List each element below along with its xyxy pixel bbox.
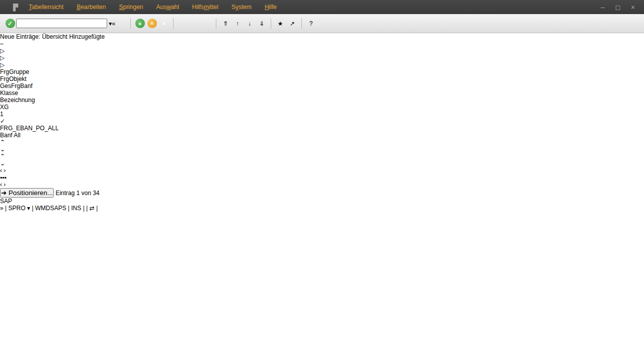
application-toolbar: – ▷ ▷ ▷ [0, 40, 644, 68]
new-session-icon: ★ [278, 20, 283, 27]
new-session-button[interactable]: ★ [274, 18, 286, 30]
status-transaction-chevron-icon[interactable]: ▾ [27, 205, 30, 212]
help-icon: ? [309, 20, 313, 27]
cell-GesFrgBanf[interactable]: ✓ [0, 118, 644, 125]
entry-status: Eintrag 1 von 34 [55, 190, 99, 197]
menu-auswahl[interactable]: Auswahl [149, 2, 185, 13]
sap-logo: SAP [0, 198, 644, 205]
table-control: FrgGruppeFrgObjektGesFrgBanfKlasseBezeic… [0, 68, 644, 188]
last-page-button[interactable]: ⇓ [256, 18, 268, 30]
status-overflow-icon[interactable]: » [0, 205, 4, 212]
scroll-left-right-section-icon[interactable]: ‹ [0, 181, 2, 188]
horizontal-scrollbar[interactable]: ‹ › ▪▪▪ ‹ › [0, 167, 644, 188]
select-all-button[interactable]: ▷ [0, 47, 644, 54]
title-strip: Neue Einträge: Übersicht Hinzugefügte [0, 33, 644, 40]
cancel-icon: × [159, 19, 169, 28]
deselect-all-icon: ▷ [0, 61, 5, 68]
delete-entry-icon: – [0, 40, 4, 47]
scroll-up-icon[interactable]: ⌃ [0, 139, 644, 146]
delete-entry-button[interactable]: – [0, 40, 644, 47]
menu-system[interactable]: System [225, 2, 258, 13]
cell-FrgGruppe[interactable]: XG [0, 104, 644, 111]
toolbar-separator [173, 19, 174, 29]
select-block-button[interactable]: ▷ [0, 54, 644, 61]
menu-tabellensicht[interactable]: Tabellensicht [22, 2, 70, 13]
next-page-icon: ↓ [248, 20, 251, 27]
response-time-icon: ⇄ [90, 205, 95, 212]
status-insert-mode[interactable]: INS [71, 205, 82, 212]
cell-Klasse[interactable]: FRG_EBAN_PO_ALL [0, 125, 644, 132]
minimize-button[interactable]: – [599, 3, 607, 11]
menu-bearbeiten[interactable]: Bearbeiten [70, 2, 112, 13]
select-block-icon: ▷ [0, 54, 5, 61]
cell-Bezeichnung[interactable]: Banf All [0, 132, 644, 139]
page-title: Neue Einträge: Übersicht Hinzugefügte [0, 33, 105, 40]
standard-toolbar: ✓ ▾ « « ^ × ⇑ ↑ ↓ ⇓ ★ ↗ ? [0, 14, 644, 33]
window-controls: – □ × [599, 3, 641, 11]
enter-button[interactable]: ✓ [4, 18, 16, 30]
help-button[interactable]: ? [305, 18, 317, 30]
cancel-button[interactable]: × [158, 18, 170, 30]
position-icon: ➜ [1, 189, 7, 197]
scroll-left-icon[interactable]: ‹ [0, 167, 2, 174]
toolbar-separator [301, 19, 302, 29]
shortcut-icon: ↗ [290, 20, 295, 27]
last-page-icon: ⇓ [259, 20, 264, 27]
previous-page-button[interactable]: ↑ [231, 18, 244, 30]
next-page-button[interactable]: ↓ [244, 18, 256, 30]
column-header-FrgObjekt[interactable]: FrgObjekt [0, 75, 644, 82]
print-button[interactable] [177, 18, 189, 30]
horizontal-scroll-thumb[interactable]: ▪▪▪ [0, 174, 644, 181]
table-row: XG1✓FRG_EBAN_PO_ALLBanf All [0, 104, 644, 139]
scroll-right-right-section-icon[interactable]: › [4, 181, 6, 188]
vertical-scrollbar[interactable]: ⌃ ⌄ ⌃ ⌄ [0, 139, 644, 167]
back-button[interactable]: « [134, 18, 146, 30]
menubar: Tabellensicht Bearbeiten Springen Auswah… [22, 2, 283, 13]
first-page-icon: ⇑ [223, 20, 228, 27]
deselect-all-button[interactable]: ▷ [0, 61, 644, 68]
find-button[interactable] [189, 18, 201, 30]
previous-page-icon: ↑ [236, 20, 239, 27]
scroll-page-down-icon[interactable]: ⌄ [0, 160, 644, 167]
find-next-button[interactable] [201, 18, 213, 30]
select-all-icon: ▷ [0, 47, 5, 54]
collapse-toolbar-icon[interactable]: « [112, 20, 115, 27]
enter-check-icon: ✓ [6, 19, 15, 28]
menu-hilfe[interactable]: Hilfe [258, 2, 283, 13]
maximize-button[interactable]: □ [614, 3, 622, 11]
system-menu-icon[interactable]: ▛ [9, 3, 22, 12]
menu-springen[interactable]: Springen [112, 2, 149, 13]
close-button[interactable]: × [629, 3, 637, 11]
position-button[interactable]: ➜ Positionieren... [0, 188, 54, 198]
scroll-page-up-icon[interactable]: ⌃ [0, 153, 644, 160]
table-header-row: FrgGruppeFrgObjektGesFrgBanfKlasseBezeic… [0, 68, 644, 104]
toolbar-separator [216, 19, 216, 29]
column-header-Klasse[interactable]: Klasse [0, 89, 644, 97]
position-button-label: Positionieren... [9, 189, 53, 197]
column-header-GesFrgBanf[interactable]: GesFrgBanf [0, 82, 644, 89]
toolbar-separator [130, 19, 131, 29]
status-bar: SAP » | SPRO ▾ | WMDSAPS | INS | | ⇄ | [0, 198, 644, 212]
back-icon: « [135, 19, 145, 28]
status-right: » | SPRO ▾ | WMDSAPS | INS | | ⇄ | [0, 205, 644, 212]
table-body: XG1✓FRG_EBAN_PO_ALLBanf All [0, 104, 644, 139]
customize-layout-button[interactable] [317, 18, 329, 30]
footer-controls: ➜ Positionieren... Eintrag 1 von 34 [0, 188, 644, 198]
scroll-down-icon[interactable]: ⌄ [0, 146, 644, 153]
first-page-button[interactable]: ⇑ [219, 18, 231, 30]
cell-FrgObjekt[interactable]: 1 [0, 111, 644, 118]
menu-hilfsmittel[interactable]: Hilfsmittel [186, 2, 225, 13]
create-shortcut-button[interactable]: ↗ [286, 18, 298, 30]
toolbar-separator [271, 19, 271, 29]
column-header-Bezeichnung[interactable]: Bezeichnung [0, 97, 644, 104]
checkbox-GesFrgBanf[interactable]: ✓ [0, 118, 5, 125]
status-transaction[interactable]: SPRO [9, 205, 26, 212]
status-system: WMDSAPS [35, 205, 66, 212]
save-button[interactable] [115, 18, 127, 30]
exit-button[interactable]: ^ [146, 18, 158, 30]
titlebar: ▛ Tabellensicht Bearbeiten Springen Ausw… [0, 0, 644, 14]
column-header-FrgGruppe[interactable]: FrgGruppe [0, 68, 644, 75]
command-input[interactable] [16, 19, 107, 28]
scroll-right-icon[interactable]: › [4, 167, 6, 174]
exit-icon: ^ [147, 19, 157, 28]
